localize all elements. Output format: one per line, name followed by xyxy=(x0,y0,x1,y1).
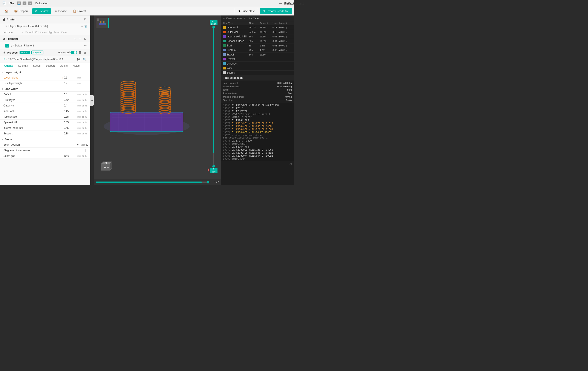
tab-speed[interactable]: Speed xyxy=(31,63,43,69)
project-tab[interactable]: 📋 Project xyxy=(70,8,89,14)
main-area: 🖨 Printer ⚙ ∨ Elegoo Neptune 4 Pro (0.4 … xyxy=(0,15,294,186)
printer-edit-icon[interactable]: ✏ xyxy=(81,25,83,28)
linetype-row: Inner wall 2m17s 28.3% 0.11 m 0.00 g xyxy=(221,25,294,30)
thumbnail-bar: 1 xyxy=(96,18,109,28)
calibration-label[interactable]: Calibration xyxy=(34,1,50,5)
project-icon: 📋 xyxy=(73,10,76,13)
home-button[interactable]: 🏠 xyxy=(2,8,11,14)
lt-time-4: 8s xyxy=(249,44,260,47)
support-linewidth-row: Support 0.38 mm or % xyxy=(0,131,90,136)
gcode-line-code: G1 X133.902 Y112.721 E0.01331 xyxy=(232,128,273,131)
first-layer-linewidth-value[interactable]: 0.42 xyxy=(64,98,76,101)
layer-slider-track[interactable] xyxy=(213,27,214,167)
support-linewidth-value[interactable]: 0.38 xyxy=(64,132,76,135)
3d-viewport[interactable]: 1 xyxy=(94,15,221,186)
progress-thumb[interactable] xyxy=(207,181,209,184)
objects-button[interactable]: Objects xyxy=(31,51,43,55)
default-linewidth-value[interactable]: 0.4 xyxy=(64,93,76,96)
gcode-line-code: G1 E2 F2700 xyxy=(232,110,248,112)
svg-point-44 xyxy=(159,89,171,92)
layer-slider-container: 107 21.40 1 0.20 xyxy=(210,20,218,174)
tab-notes[interactable]: Notes xyxy=(70,63,82,69)
thumbnail-number: 1 xyxy=(97,19,99,21)
profile-save-button[interactable]: 💾 xyxy=(76,57,81,62)
process-grid-view-button[interactable]: ⊞ xyxy=(83,50,87,55)
axis-indicator: ✛ xyxy=(207,168,210,173)
lt-color-swatch-10 xyxy=(223,71,226,74)
file-menu-label[interactable]: File xyxy=(8,1,15,5)
gcode-line: 19380G1 X133.438 Y112.645 E-.14121 xyxy=(223,152,292,154)
top-surface-linewidth-value[interactable]: 0.38 xyxy=(64,115,76,118)
filament-settings-button[interactable]: ⚙ xyxy=(83,37,87,41)
lt-time-3: 53s xyxy=(249,40,260,42)
gcode-line-number: 19370 xyxy=(223,119,230,121)
settings-icon[interactable]: ⚙ xyxy=(289,162,292,166)
tab-quality[interactable]: Quality xyxy=(2,63,16,69)
color-scheme-dropdown-icon[interactable]: ∨ xyxy=(244,17,246,20)
filament-section-title: ⚙ Filament xyxy=(3,37,18,40)
advanced-toggle[interactable] xyxy=(71,51,77,54)
add-filament-button[interactable]: + xyxy=(74,37,77,41)
lt-time-2: 56s xyxy=(249,35,260,38)
rightpanel-settings: ⚙ xyxy=(221,161,294,167)
thumbnail-svg xyxy=(98,20,107,26)
internal-solid-infill-linewidth-value[interactable]: 0.45 xyxy=(64,126,76,130)
remove-filament-button[interactable]: − xyxy=(78,37,82,41)
tab-support[interactable]: Support xyxy=(43,63,57,69)
layer-height-reset-icon[interactable]: ↺ xyxy=(62,76,64,79)
nav-right: ▼ Slice plate ▼ Export G-code file xyxy=(235,8,292,14)
compass-svg: Front Top xyxy=(98,159,115,176)
process-list-view-button[interactable]: ☰ xyxy=(78,50,82,55)
device-tab[interactable]: 🖥 Device xyxy=(52,8,70,14)
progress-track[interactable] xyxy=(96,182,209,183)
staggered-seams-checkbox[interactable] xyxy=(85,149,88,152)
orientation-compass[interactable]: Front Top xyxy=(98,159,115,176)
filament-edit-button[interactable]: ✏ xyxy=(83,44,87,48)
layer-height-value[interactable]: 0.2 xyxy=(64,76,76,79)
gcode-line-number: 19371 xyxy=(223,122,230,125)
global-button[interactable]: Global xyxy=(20,51,30,54)
profile-refresh-icon[interactable]: ↺ xyxy=(3,58,5,61)
layer-slider-top-thumb[interactable] xyxy=(212,26,215,28)
model-thumbnail[interactable]: 1 xyxy=(96,18,109,28)
save-icon[interactable]: 💾 xyxy=(17,1,21,5)
gcode-line-number: 19380 xyxy=(223,152,230,154)
linetype-row: Unretract xyxy=(221,62,294,66)
gcode-line: 19373G1 X133.902 Y112.721 E0.01331 xyxy=(223,128,292,131)
first-layer-height-value[interactable]: 0.2 xyxy=(64,82,76,85)
tab-others[interactable]: Others xyxy=(57,63,70,69)
seam-gap-value[interactable]: 10% xyxy=(64,154,76,157)
tab-strength[interactable]: Strength xyxy=(16,63,31,69)
lt-pct-5: 4.7% xyxy=(260,49,273,51)
gcode-line-code: G1 X132.931 Y112.672 E0.01019 xyxy=(232,122,273,125)
linetype-table-header: Line Type Time Percent Used filament Dis… xyxy=(221,21,294,25)
collapse-panel-button[interactable]: ◀ xyxy=(90,95,94,106)
seam-position-dropdown[interactable]: ∨ Aligned xyxy=(77,143,88,146)
printer-name-row: ∨ Elegoo Neptune 4 Pro (0.4 nozzle) ✏ 📡 xyxy=(0,23,90,29)
printer-settings-button[interactable]: ⚙ xyxy=(83,17,87,22)
outer-wall-linewidth-row: Outer wall 0.4 mm or % xyxy=(0,103,90,109)
filament-section-header: ⚙ Filament + − ⚙ xyxy=(0,35,90,42)
layer-slider-bottom-thumb[interactable] xyxy=(212,165,215,168)
prepare-tab[interactable]: 📦 Prepare xyxy=(12,8,31,14)
color-scheme-bar: ≡ Color scheme ∨ Line Type xyxy=(221,15,294,21)
preview-tab[interactable]: 👁 Preview xyxy=(32,8,51,14)
gcode-panel: 19365G1 X132.583 Y112.765 Z21.8 F2100019… xyxy=(221,103,294,161)
printer-wifi-icon[interactable]: 📡 xyxy=(84,25,87,28)
slice-button[interactable]: ▼ Slice plate xyxy=(235,8,258,14)
profile-search-button[interactable]: 🔍 xyxy=(82,57,87,62)
outer-wall-linewidth-value[interactable]: 0.4 xyxy=(64,104,76,107)
inner-wall-linewidth-value[interactable]: 0.45 xyxy=(64,110,76,113)
gcode-line: 19381G1 X133.074 Y112.664 E-.10921 xyxy=(223,154,292,157)
gcode-line-code: G1 X133.074 Y112.664 E-.10921 xyxy=(232,155,273,157)
undo-icon[interactable]: ↩ xyxy=(22,1,26,5)
layer-height-group: ≡ Layer height xyxy=(0,69,90,75)
gcode-line-code: ;WIPE_END xyxy=(232,158,245,160)
svg-point-45 xyxy=(159,87,171,90)
export-button[interactable]: ▼ Export G-code file xyxy=(260,8,292,14)
quality-tabs: Quality Strength Speed Support Others No… xyxy=(0,63,90,69)
redo-icon[interactable]: ↪ xyxy=(28,1,32,5)
layer-height-group-icon: ≡ xyxy=(2,71,3,74)
sparse-infill-linewidth-value[interactable]: 0.45 xyxy=(64,121,76,124)
minimize-button[interactable]: — xyxy=(279,2,282,5)
